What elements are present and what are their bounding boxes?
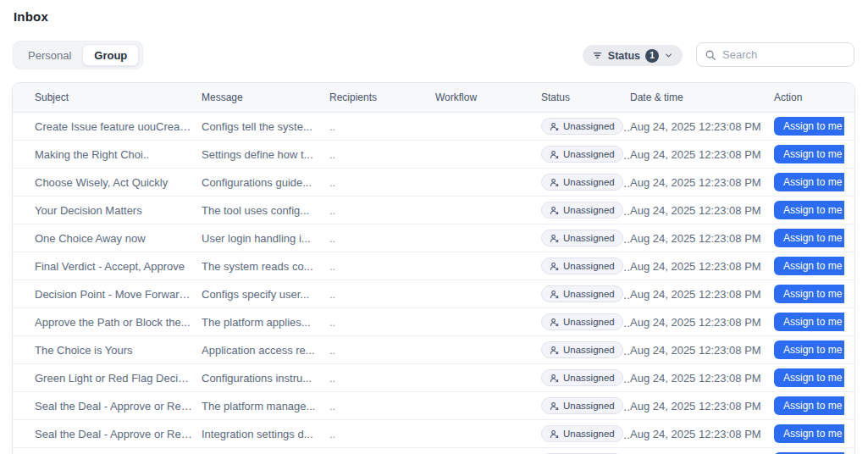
status-badge-label: Unassigned xyxy=(563,289,615,299)
column-header-recipients: Recipients xyxy=(329,91,435,103)
column-header-action: Action xyxy=(774,91,844,103)
row-date: Aug 24, 2025 12:23:08 PM xyxy=(630,232,774,245)
table-row[interactable]: Seal the Deal - Approve or Reject Integr… xyxy=(13,419,854,447)
table-row[interactable]: Choose Wisely, Act Quickly Configuration… xyxy=(13,168,854,196)
assign-to-me-button[interactable]: Assign to me xyxy=(774,257,844,275)
tab-personal[interactable]: Personal xyxy=(17,44,82,66)
assign-to-me-button[interactable]: Assign to me xyxy=(774,368,844,387)
row-subject: One Choice Away now xyxy=(35,232,202,245)
row-message: The platform applies... xyxy=(202,316,329,329)
row-date: Aug 24, 2025 12:23:08 PM xyxy=(630,176,774,189)
status-badge: Unassigned xyxy=(541,174,623,191)
table-row[interactable]: The Choice is Yours Application access r… xyxy=(13,335,854,363)
chevron-down-icon xyxy=(664,51,673,60)
column-header-subject: Subject xyxy=(35,91,202,103)
row-subject: Create Issue feature uouCreate... xyxy=(35,120,202,133)
status-badge-label: Unassigned xyxy=(563,317,615,327)
table-row[interactable]: Create Issue feature uouCreate... Config… xyxy=(13,113,854,140)
assign-to-me-button[interactable]: Assign to me xyxy=(774,173,844,191)
user-unassigned-icon xyxy=(550,262,559,271)
row-recipients: .. xyxy=(329,176,435,189)
table-row[interactable]: Decision Point - Move Forward... Configs… xyxy=(13,280,854,307)
table-row[interactable]: Final Verdict - Accept, Approve The syst… xyxy=(13,252,854,280)
table-header: Subject Message Recipients Workflow Stat… xyxy=(13,83,854,113)
status-badge: Unassigned xyxy=(541,146,623,163)
table-row[interactable]: Seal the Deal - Approve or Reject The pl… xyxy=(13,391,854,419)
row-subject: Decision Point - Move Forward... xyxy=(35,288,202,301)
status-badge-label: Unassigned xyxy=(563,149,615,159)
user-unassigned-icon xyxy=(550,178,559,187)
user-unassigned-icon xyxy=(550,374,559,383)
row-message: The platform manage... xyxy=(202,400,329,412)
assign-to-me-button[interactable]: Assign to me xyxy=(774,313,844,331)
table-row[interactable]: One Choice Away now User login handling … xyxy=(13,224,854,252)
row-recipients: .. xyxy=(329,288,435,301)
status-badge: Unassigned xyxy=(541,313,623,330)
status-badge-label: Unassigned xyxy=(563,429,615,439)
status-filter-label: Status xyxy=(608,50,640,62)
row-message: User login handling i... xyxy=(202,232,329,245)
assign-to-me-button[interactable]: Assign to me xyxy=(774,424,844,443)
row-message: The system reads co... xyxy=(202,260,329,273)
row-subject: Seal the Deal - Approve or Reject xyxy=(35,428,202,440)
row-subject: The Choice is Yours xyxy=(35,344,202,357)
column-header-status: Status xyxy=(541,91,630,103)
row-subject: Making the Right Choi.. xyxy=(35,148,202,161)
column-header-date: Date & time xyxy=(630,91,774,103)
table-row[interactable]: Your Decision Matters The tool uses conf… xyxy=(13,196,854,224)
status-badge: Unassigned xyxy=(541,285,623,302)
status-filter-count-badge: 1 xyxy=(645,49,659,63)
user-unassigned-icon xyxy=(550,429,559,439)
assign-to-me-button[interactable]: Assign to me xyxy=(774,340,844,359)
row-recipients: .. xyxy=(329,428,435,440)
status-badge: Unassigned xyxy=(541,118,623,135)
status-badge-label: Unassigned xyxy=(563,401,615,411)
assign-to-me-button[interactable]: Assign to me xyxy=(774,229,844,247)
status-filter-button[interactable]: Status 1 xyxy=(583,45,683,66)
user-unassigned-icon xyxy=(550,318,559,327)
row-recipients: .. xyxy=(329,148,435,161)
assign-to-me-button[interactable]: Assign to me xyxy=(774,396,844,415)
row-recipients: .. xyxy=(329,400,435,412)
row-date: Aug 24, 2025 12:23:08 PM xyxy=(630,428,774,440)
inbox-table: Subject Message Recipients Workflow Stat… xyxy=(12,82,855,454)
user-unassigned-icon xyxy=(550,401,559,411)
inbox-type-tabs: Personal Group xyxy=(13,41,143,69)
row-subject: Final Verdict - Accept, Approve xyxy=(35,260,202,273)
row-recipients: .. xyxy=(329,120,435,133)
row-date: Aug 24, 2025 12:23:08 PM xyxy=(630,344,774,357)
inbox-page: Inbox Personal Group Status 1 xyxy=(0,0,868,454)
status-badge-label: Unassigned xyxy=(563,205,615,215)
status-badge: Unassigned xyxy=(541,341,623,358)
row-message: Configs specify user... xyxy=(202,288,329,301)
row-date: Aug 24, 2025 12:23:08 PM xyxy=(630,288,774,301)
row-message: Configurations guide... xyxy=(202,176,329,189)
row-message: Integration settings d... xyxy=(202,428,329,440)
assign-to-me-button[interactable]: Assign to me xyxy=(774,201,844,219)
column-header-workflow: Workflow xyxy=(435,91,541,103)
table-row[interactable]: Approve the Path or Block the... The pla… xyxy=(13,307,854,335)
row-date: Aug 24, 2025 12:23:08 PM xyxy=(630,148,774,161)
row-date: Aug 24, 2025 12:23:08 PM xyxy=(630,260,774,273)
tab-group[interactable]: Group xyxy=(82,44,139,66)
status-badge-label: Unassigned xyxy=(563,121,615,131)
user-unassigned-icon xyxy=(550,290,559,299)
table-row[interactable]: Green Light or Red Flag Decision Configu… xyxy=(13,363,854,391)
assign-to-me-button[interactable]: Assign to me xyxy=(774,117,844,136)
row-message: Configurations instru... xyxy=(202,372,329,385)
search-input[interactable] xyxy=(697,43,854,66)
row-recipients: .. xyxy=(329,372,435,385)
row-subject: Green Light or Red Flag Decision xyxy=(35,372,202,385)
row-date: Aug 24, 2025 12:23:08 PM xyxy=(630,120,774,133)
row-date: Aug 24, 2025 12:23:08 PM xyxy=(630,204,774,217)
status-badge: Unassigned xyxy=(541,397,623,414)
row-subject: Seal the Deal - Approve or Reject xyxy=(35,400,202,412)
status-badge-label: Unassigned xyxy=(563,233,615,243)
assign-to-me-button[interactable]: Assign to me xyxy=(774,285,844,303)
user-unassigned-icon xyxy=(550,206,559,215)
assign-to-me-button[interactable]: Assign to me xyxy=(774,145,844,163)
table-row[interactable]: Weigh the options - Approve Integration … xyxy=(13,447,854,454)
table-row[interactable]: Making the Right Choi.. Settings define … xyxy=(13,140,854,168)
row-message: The tool uses config... xyxy=(202,204,329,217)
row-date: Aug 24, 2025 12:23:08 PM xyxy=(630,372,774,385)
